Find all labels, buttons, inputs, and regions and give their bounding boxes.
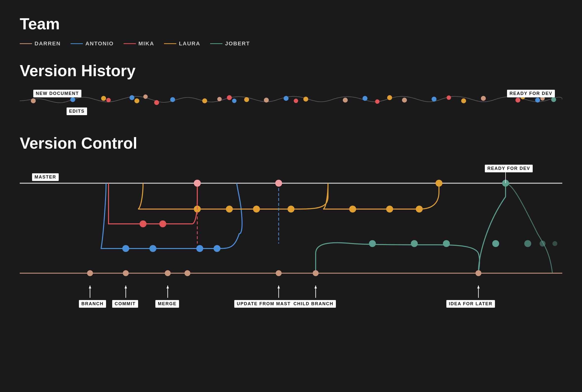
- svg-point-15: [217, 97, 222, 101]
- svg-point-19: [264, 98, 269, 102]
- jobert-line-icon: [210, 42, 222, 45]
- team-title: Team: [20, 15, 562, 33]
- svg-point-8: [106, 98, 111, 102]
- ready-for-dev-vc-label: READY FOR DEV: [485, 165, 533, 172]
- team-section: Team DARREN ANTONIO MIKA: [20, 15, 562, 47]
- svg-point-39: [140, 220, 146, 227]
- version-control-container: MASTER READY FOR DEV BRANCH COMMIT MERGE: [20, 160, 562, 332]
- laura-label: LAURA: [179, 40, 200, 47]
- version-control-section: Version Control: [20, 134, 562, 332]
- svg-point-25: [375, 99, 380, 104]
- version-history-svg: [20, 87, 562, 117]
- darren-label: DARREN: [34, 40, 61, 47]
- svg-point-23: [343, 98, 348, 102]
- svg-point-28: [432, 97, 436, 102]
- legend-antonio: ANTONIO: [70, 40, 114, 47]
- svg-point-14: [202, 98, 207, 103]
- svg-point-72: [476, 270, 482, 276]
- svg-point-67: [123, 270, 129, 276]
- svg-point-65: [552, 241, 557, 246]
- svg-point-59: [411, 240, 418, 247]
- laura-line-icon: [164, 42, 176, 45]
- svg-point-5: [31, 98, 36, 103]
- svg-point-61: [492, 240, 499, 247]
- svg-point-30: [461, 98, 466, 103]
- svg-point-13: [170, 97, 175, 102]
- svg-point-17: [232, 98, 236, 103]
- svg-point-70: [276, 270, 282, 276]
- jobert-label: JOBERT: [225, 40, 250, 47]
- svg-point-43: [150, 245, 156, 252]
- svg-marker-80: [278, 286, 280, 288]
- darren-line-icon: [20, 42, 32, 45]
- ready-for-dev-history-label: READY FOR DEV: [507, 90, 555, 98]
- update-from-master-label: UPDATE FROM MASTER: [234, 300, 300, 308]
- svg-point-48: [253, 206, 260, 212]
- svg-point-49: [288, 206, 294, 212]
- svg-point-68: [165, 270, 171, 276]
- svg-point-26: [387, 95, 392, 100]
- svg-point-56: [194, 180, 201, 187]
- antonio-line-icon: [70, 42, 83, 45]
- team-legend: DARREN ANTONIO MIKA LAURA: [20, 40, 562, 47]
- svg-point-31: [481, 96, 486, 101]
- svg-point-40: [159, 220, 166, 227]
- svg-point-29: [446, 96, 451, 100]
- edits-label: EDITS: [66, 108, 87, 115]
- main-container: Team DARREN ANTONIO MIKA: [0, 0, 582, 392]
- svg-point-52: [416, 206, 423, 212]
- legend-laura: LAURA: [164, 40, 200, 47]
- legend-mika: MIKA: [124, 40, 154, 47]
- version-control-title: Version Control: [20, 134, 562, 152]
- idea-for-later-label: IDEA FOR LATER: [446, 300, 495, 308]
- svg-point-27: [402, 98, 407, 102]
- merge-label: MERGE: [155, 300, 179, 308]
- mika-line-icon: [124, 42, 136, 45]
- svg-point-71: [313, 270, 318, 276]
- svg-point-18: [244, 97, 249, 102]
- svg-point-11: [143, 94, 148, 99]
- svg-point-42: [122, 245, 129, 252]
- mika-label: MIKA: [138, 40, 154, 47]
- svg-point-57: [275, 180, 282, 187]
- child-branch-label: CHILD BRANCH: [291, 300, 336, 308]
- svg-point-34: [535, 98, 540, 102]
- svg-point-10: [134, 98, 139, 103]
- svg-point-20: [284, 96, 288, 101]
- svg-point-36: [551, 97, 556, 102]
- commit-label: COMMIT: [112, 300, 138, 308]
- svg-marker-76: [124, 286, 127, 288]
- branch-label: BRANCH: [79, 300, 106, 308]
- new-document-label: NEW DOCUMENT: [33, 90, 82, 98]
- svg-point-50: [349, 206, 356, 212]
- svg-point-45: [214, 245, 220, 252]
- svg-marker-84: [477, 286, 480, 288]
- svg-point-7: [101, 96, 106, 101]
- svg-point-22: [303, 97, 308, 102]
- legend-darren: DARREN: [20, 40, 61, 47]
- svg-point-58: [369, 240, 376, 247]
- svg-point-9: [130, 95, 134, 100]
- svg-point-53: [436, 180, 442, 187]
- legend-jobert: JOBERT: [210, 40, 250, 47]
- svg-point-47: [226, 206, 233, 212]
- svg-point-6: [70, 97, 75, 102]
- svg-point-64: [540, 240, 546, 246]
- svg-point-16: [227, 95, 232, 100]
- svg-point-63: [524, 240, 531, 247]
- version-history-container: NEW DOCUMENT EDITS READY FOR DEV: [20, 87, 562, 117]
- svg-point-44: [196, 245, 203, 252]
- svg-marker-78: [166, 286, 169, 288]
- svg-point-60: [443, 240, 450, 247]
- svg-point-12: [154, 100, 159, 105]
- version-history-title: Version History: [20, 62, 562, 80]
- svg-marker-74: [89, 286, 91, 288]
- svg-point-69: [184, 270, 190, 276]
- svg-marker-82: [314, 286, 317, 288]
- svg-point-21: [294, 98, 298, 103]
- svg-point-32: [516, 98, 520, 102]
- svg-point-24: [362, 96, 368, 101]
- version-history-section: Version History: [20, 62, 562, 117]
- antonio-label: ANTONIO: [85, 40, 114, 47]
- master-label: MASTER: [32, 173, 59, 181]
